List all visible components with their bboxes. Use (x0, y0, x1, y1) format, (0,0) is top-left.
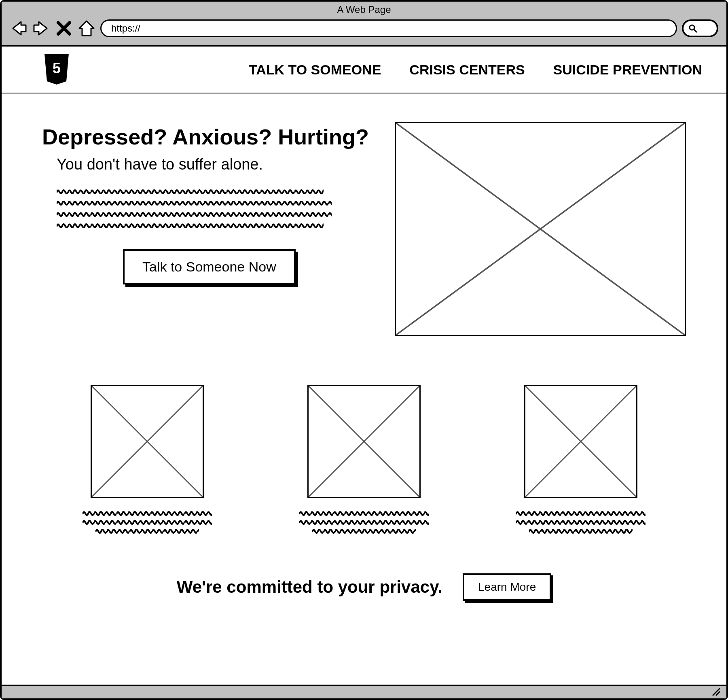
card-image-placeholder (307, 385, 421, 498)
learn-more-button[interactable]: Learn More (463, 573, 551, 601)
card-text-placeholder (299, 510, 429, 516)
nav-suicide-prevention[interactable]: SUICIDE PREVENTION (553, 62, 702, 78)
back-icon[interactable] (10, 19, 28, 37)
card-text-placeholder (516, 519, 645, 525)
feature-card-2 (299, 385, 429, 537)
page-content: 5 TALK TO SOMEONE CRISIS CENTERS SUICIDE… (2, 45, 726, 685)
card-text-placeholder (95, 528, 199, 534)
hero-copy: Depressed? Anxious? Hurting? You don't h… (42, 122, 370, 284)
feature-card-3 (516, 385, 645, 537)
feature-cards (42, 385, 686, 537)
hero-image-placeholder (395, 122, 686, 336)
resize-handle-icon[interactable] (710, 688, 721, 696)
site-header: 5 TALK TO SOMEONE CRISIS CENTERS SUICIDE… (2, 47, 726, 93)
talk-now-button[interactable]: Talk to Someone Now (123, 249, 296, 284)
html5-logo-icon: 5 (42, 54, 71, 85)
svg-line-1 (694, 30, 696, 32)
card-image-placeholder (524, 385, 637, 498)
search-button[interactable] (682, 19, 718, 37)
status-bar (2, 685, 726, 698)
card-text-placeholder (83, 519, 212, 525)
hero-subtitle: You don't have to suffer alone. (42, 156, 370, 173)
privacy-statement: We're committed to your privacy. (177, 577, 442, 597)
card-text-placeholder (83, 510, 212, 516)
search-icon (688, 24, 697, 33)
window-title: A Web Page (2, 2, 726, 16)
privacy-row: We're committed to your privacy. Learn M… (42, 573, 686, 601)
url-text: https:// (111, 23, 140, 34)
main-section: Depressed? Anxious? Hurting? You don't h… (2, 93, 726, 685)
card-text-placeholder (516, 510, 645, 516)
forward-icon[interactable] (32, 19, 50, 37)
home-icon[interactable] (78, 19, 95, 37)
card-text-placeholder (299, 519, 429, 525)
card-text-placeholder (529, 528, 633, 534)
card-text-placeholder (312, 528, 416, 534)
hero-body-placeholder (42, 189, 370, 229)
url-input[interactable]: https:// (100, 19, 677, 37)
nav-talk-to-someone[interactable]: TALK TO SOMEONE (249, 62, 381, 78)
browser-toolbar: https:// (2, 16, 726, 45)
card-image-placeholder (91, 385, 204, 498)
svg-text:5: 5 (53, 60, 61, 76)
browser-window: A Web Page https:// (0, 0, 728, 700)
nav-crisis-centers[interactable]: CRISIS CENTERS (409, 62, 525, 78)
feature-card-1 (83, 385, 212, 537)
stop-icon[interactable] (55, 19, 73, 37)
hero-section: Depressed? Anxious? Hurting? You don't h… (42, 122, 686, 336)
main-nav: TALK TO SOMEONE CRISIS CENTERS SUICIDE P… (87, 62, 702, 78)
hero-title: Depressed? Anxious? Hurting? (42, 124, 370, 149)
